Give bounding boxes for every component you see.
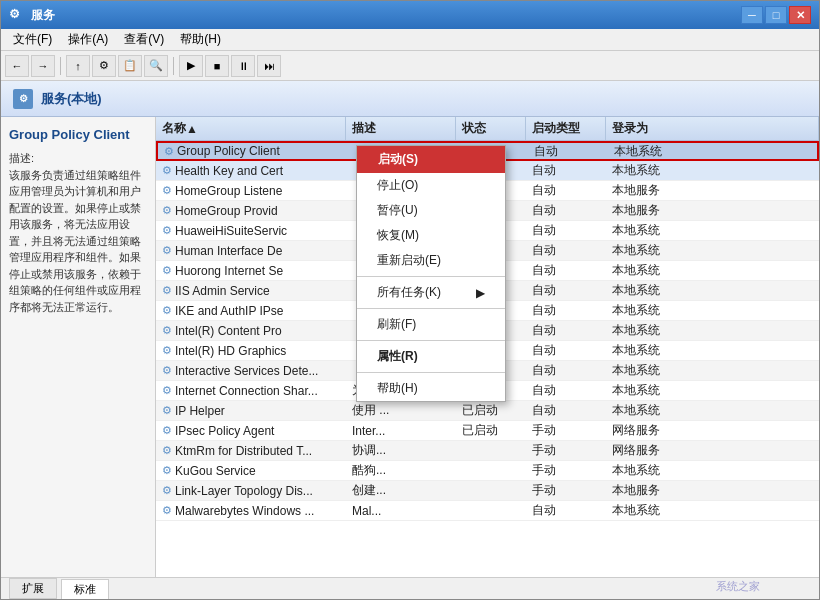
- table-row[interactable]: ⚙ KtmRm for Distributed T... 协调... 手动 网络…: [156, 441, 819, 461]
- th-desc[interactable]: 描述: [346, 117, 456, 140]
- service-logon: 本地服务: [606, 482, 819, 499]
- table-row[interactable]: ⚙ IPsec Policy Agent Inter... 已启动 手动 网络服…: [156, 421, 819, 441]
- service-starttype: 自动: [526, 402, 606, 419]
- service-name: ⚙ IPsec Policy Agent: [156, 424, 346, 438]
- service-starttype: 自动: [526, 242, 606, 259]
- service-logon: 本地系统: [606, 502, 819, 519]
- service-starttype: 手动: [526, 482, 606, 499]
- service-name: ⚙ Intel(R) Content Pro: [156, 324, 346, 338]
- toolbar-sep-2: [173, 57, 174, 75]
- service-icon: ⚙: [162, 324, 172, 337]
- tab-extend[interactable]: 扩展: [9, 578, 57, 599]
- ctx-sep-2: [357, 308, 505, 309]
- service-starttype: 自动: [526, 342, 606, 359]
- tab-standard[interactable]: 标准: [61, 579, 109, 599]
- up-button[interactable]: ↑: [66, 55, 90, 77]
- ctx-alltasks[interactable]: 所有任务(K) ▶: [357, 280, 505, 305]
- status-bar: 扩展 标准: [1, 577, 819, 599]
- table-row[interactable]: ⚙ Malwarebytes Windows ... Mal... 自动 本地系…: [156, 501, 819, 521]
- service-name: ⚙ KuGou Service: [156, 464, 346, 478]
- service-desc: 酷狗...: [346, 462, 456, 479]
- toolbar: ← → ↑ ⚙ 📋 🔍 ▶ ■ ⏸ ⏭: [1, 51, 819, 81]
- service-logon: 本地系统: [606, 162, 819, 179]
- service-desc: Inter...: [346, 424, 456, 438]
- menu-view[interactable]: 查看(V): [116, 29, 172, 50]
- panel-header-label: 服务(本地): [41, 90, 102, 108]
- th-starttype[interactable]: 启动类型: [526, 117, 606, 140]
- service-logon: 本地系统: [606, 382, 819, 399]
- service-logon: 本地服务: [606, 202, 819, 219]
- ctx-help[interactable]: 帮助(H): [357, 376, 505, 401]
- service-name: ⚙ Malwarebytes Windows ...: [156, 504, 346, 518]
- service-icon: ⚙: [162, 484, 172, 497]
- table-row[interactable]: ⚙ Link-Layer Topology Dis... 创建... 手动 本地…: [156, 481, 819, 501]
- ctx-properties[interactable]: 属性(R): [357, 344, 505, 369]
- service-logon: 网络服务: [606, 442, 819, 459]
- service-starttype: 自动: [526, 362, 606, 379]
- settings-button[interactable]: ⚙: [92, 55, 116, 77]
- table-header: 名称 ▲ 描述 状态 启动类型 登录为: [156, 117, 819, 141]
- service-starttype: 自动: [526, 502, 606, 519]
- ctx-submenu-arrow: ▶: [476, 286, 485, 300]
- back-button[interactable]: ←: [5, 55, 29, 77]
- ctx-stop[interactable]: 停止(O): [357, 173, 505, 198]
- menu-help[interactable]: 帮助(H): [172, 29, 229, 50]
- service-starttype: 自动: [526, 262, 606, 279]
- resume-button[interactable]: ⏭: [257, 55, 281, 77]
- window-controls: ─ □ ✕: [741, 6, 811, 24]
- context-menu: 启动(S) 停止(O) 暂停(U) 恢复(M) 重新启动(E) 所有任务(K) …: [356, 145, 506, 402]
- ctx-sep-3: [357, 340, 505, 341]
- service-status: 已启动: [456, 422, 526, 439]
- sidebar: Group Policy Client 描述: 该服务负责通过组策略组件应用管理…: [1, 117, 156, 577]
- th-status[interactable]: 状态: [456, 117, 526, 140]
- service-logon: 本地服务: [606, 182, 819, 199]
- service-logon: 本地系统: [606, 302, 819, 319]
- ctx-start[interactable]: 启动(S): [357, 146, 505, 173]
- service-logon: 网络服务: [606, 422, 819, 439]
- search-button[interactable]: 🔍: [144, 55, 168, 77]
- service-name: ⚙ Interactive Services Dete...: [156, 364, 346, 378]
- restore-button[interactable]: □: [765, 6, 787, 24]
- pause-button[interactable]: ⏸: [231, 55, 255, 77]
- play-button[interactable]: ▶: [179, 55, 203, 77]
- menu-action[interactable]: 操作(A): [60, 29, 116, 50]
- sidebar-description: 描述: 该服务负责通过组策略组件应用管理员为计算机和用户配置的设置。如果停止或禁…: [9, 150, 147, 315]
- service-starttype: 自动: [526, 162, 606, 179]
- stop-button[interactable]: ■: [205, 55, 229, 77]
- service-starttype: 手动: [526, 422, 606, 439]
- menu-file[interactable]: 文件(F): [5, 29, 60, 50]
- service-starttype: 手动: [526, 442, 606, 459]
- service-desc: 协调...: [346, 442, 456, 459]
- ctx-resume[interactable]: 恢复(M): [357, 223, 505, 248]
- panel-header: ⚙ 服务(本地): [1, 81, 819, 117]
- service-name: ⚙ Huorong Internet Se: [156, 264, 346, 278]
- service-starttype: 自动: [526, 322, 606, 339]
- service-name: ⚙ IP Helper: [156, 404, 346, 418]
- ctx-pause[interactable]: 暂停(U): [357, 198, 505, 223]
- main-area: ⚙ 服务(本地) Group Policy Client 描述: 该服务负责通过…: [1, 81, 819, 599]
- ctx-refresh[interactable]: 刷新(F): [357, 312, 505, 337]
- th-logon[interactable]: 登录为: [606, 117, 819, 140]
- th-name[interactable]: 名称 ▲: [156, 117, 346, 140]
- service-logon: 本地系统: [606, 362, 819, 379]
- service-icon: ⚙: [162, 164, 172, 177]
- service-starttype: 自动: [526, 182, 606, 199]
- service-name: ⚙ Group Policy Client: [158, 144, 348, 158]
- forward-button[interactable]: →: [31, 55, 55, 77]
- copy-button[interactable]: 📋: [118, 55, 142, 77]
- close-button[interactable]: ✕: [789, 6, 811, 24]
- service-logon: 本地系统: [606, 262, 819, 279]
- service-starttype: 自动: [526, 382, 606, 399]
- service-starttype: 自动: [526, 282, 606, 299]
- service-icon: ⚙: [162, 384, 172, 397]
- service-name: ⚙ HuaweiHiSuiteServic: [156, 224, 346, 238]
- ctx-restart[interactable]: 重新启动(E): [357, 248, 505, 273]
- menu-bar: 文件(F) 操作(A) 查看(V) 帮助(H): [1, 29, 819, 51]
- table-row[interactable]: ⚙ IP Helper 使用 ... 已启动 自动 本地系统: [156, 401, 819, 421]
- ctx-sep-1: [357, 276, 505, 277]
- service-name: ⚙ IIS Admin Service: [156, 284, 346, 298]
- table-row[interactable]: ⚙ KuGou Service 酷狗... 手动 本地系统: [156, 461, 819, 481]
- minimize-button[interactable]: ─: [741, 6, 763, 24]
- service-icon: ⚙: [162, 184, 172, 197]
- service-icon: ⚙: [164, 145, 174, 158]
